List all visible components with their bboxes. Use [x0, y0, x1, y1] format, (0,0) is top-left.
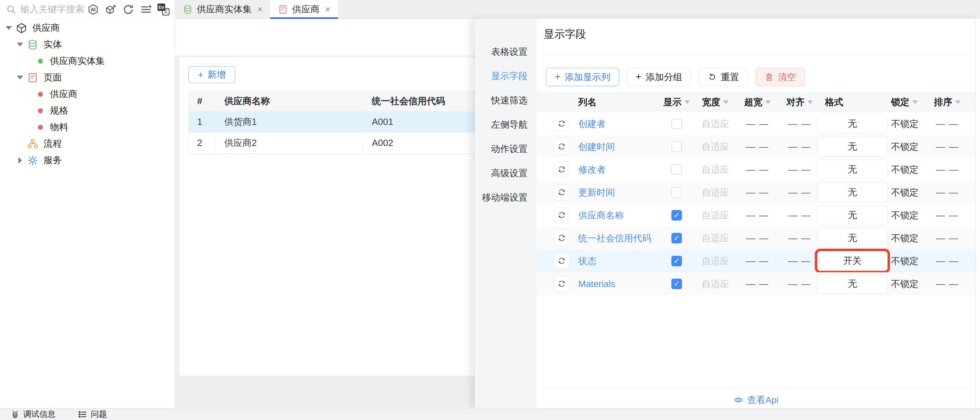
outline-icon[interactable]: [140, 3, 152, 16]
show-checkbox[interactable]: [671, 187, 682, 198]
lock-value[interactable]: 不锁定: [891, 186, 918, 198]
align-value[interactable]: — —: [779, 278, 821, 289]
width-value[interactable]: 自适应: [694, 232, 737, 244]
swap-icon[interactable]: [554, 253, 570, 269]
sort-value[interactable]: — —: [930, 141, 965, 152]
issues-button[interactable]: 问题: [78, 409, 107, 420]
tree-node-service-group[interactable]: 服务: [0, 152, 174, 168]
width-value[interactable]: 自适应: [694, 186, 737, 198]
field-name-link[interactable]: 供应商名称: [578, 209, 624, 221]
show-checkbox[interactable]: [671, 141, 682, 152]
width-value[interactable]: 自适应: [694, 278, 737, 290]
tab-supplier-page[interactable]: 供应商 ×: [270, 0, 338, 19]
swap-icon[interactable]: [554, 276, 570, 292]
drawer-scrollbar[interactable]: [975, 19, 980, 408]
close-icon[interactable]: ×: [257, 4, 262, 15]
caret-down-icon[interactable]: [765, 100, 771, 104]
add-group-button[interactable]: + 添加分组: [627, 68, 691, 86]
show-checkbox[interactable]: [671, 164, 682, 175]
clear-button[interactable]: 清空: [756, 68, 805, 86]
align-value[interactable]: — —: [779, 233, 821, 243]
lock-value[interactable]: 不锁定: [891, 163, 918, 176]
swap-icon[interactable]: [554, 230, 570, 246]
add-model-icon[interactable]: [105, 3, 117, 16]
lock-value[interactable]: 不锁定: [891, 255, 918, 267]
width-value[interactable]: 自适应: [694, 163, 737, 176]
swap-icon[interactable]: [554, 139, 570, 155]
menu-item-advanced-settings[interactable]: 高级设置: [475, 161, 537, 185]
show-checkbox[interactable]: [671, 118, 682, 129]
menu-item-display-fields[interactable]: 显示字段: [475, 64, 537, 88]
align-value[interactable]: — —: [779, 141, 821, 152]
ai-icon[interactable]: AI: [87, 3, 99, 16]
tree-node-supplier-module[interactable]: 供应商: [0, 20, 174, 36]
menu-item-action-settings[interactable]: 动作设置: [475, 137, 537, 161]
menu-item-left-nav[interactable]: 左侧导航: [475, 113, 537, 137]
refresh-icon[interactable]: [123, 3, 134, 16]
sort-value[interactable]: — —: [930, 118, 965, 129]
add-display-column-button[interactable]: + 添加显示列: [546, 68, 619, 86]
format-select[interactable]: 无: [817, 182, 888, 202]
format-select[interactable]: 无: [817, 205, 888, 225]
width-value[interactable]: 自适应: [694, 255, 737, 267]
align-value[interactable]: — —: [779, 256, 821, 266]
tree-node-spec-page[interactable]: 规格: [0, 102, 174, 119]
width-value[interactable]: 自适应: [694, 141, 737, 153]
sort-value[interactable]: — —: [930, 233, 965, 243]
overwide-value[interactable]: — —: [737, 118, 779, 129]
swap-icon[interactable]: [554, 184, 570, 200]
swap-icon[interactable]: [554, 161, 570, 177]
tree-node-material-page[interactable]: 物料: [0, 119, 174, 136]
sort-value[interactable]: — —: [930, 164, 965, 175]
tree-node-supplier-entity-set[interactable]: 供应商实体集: [0, 53, 174, 69]
swap-icon[interactable]: [554, 207, 570, 223]
lock-value[interactable]: 不锁定: [891, 232, 918, 244]
caret-down-icon[interactable]: [955, 100, 961, 104]
menu-item-table-settings[interactable]: 表格设置: [475, 40, 537, 64]
lock-value[interactable]: 不锁定: [891, 141, 918, 153]
translate-icon[interactable]: En 文: [158, 3, 169, 16]
show-checkbox-checked[interactable]: ✓: [671, 233, 682, 243]
tree-node-supplier-page[interactable]: 供应商: [0, 86, 174, 102]
format-select[interactable]: 无: [817, 274, 888, 294]
menu-item-quick-filter[interactable]: 快速筛选: [475, 88, 537, 113]
overwide-value[interactable]: — —: [737, 141, 779, 152]
caret-right-icon[interactable]: [16, 157, 24, 164]
lock-value[interactable]: 不锁定: [891, 278, 918, 290]
caret-down-icon[interactable]: [16, 43, 24, 46]
align-value[interactable]: — —: [779, 118, 821, 129]
format-select[interactable]: 无: [817, 160, 888, 179]
field-name-link[interactable]: Materials: [578, 278, 615, 289]
add-record-button[interactable]: + 新增: [188, 66, 235, 83]
sort-value[interactable]: — —: [930, 256, 965, 266]
field-name-link[interactable]: 统一社会信用代码: [578, 232, 651, 244]
caret-down-icon[interactable]: [807, 100, 813, 104]
field-name-link[interactable]: 创建者: [578, 118, 606, 130]
caret-down-icon[interactable]: [5, 26, 13, 30]
caret-down-icon[interactable]: [912, 100, 918, 104]
width-value[interactable]: 自适应: [694, 118, 737, 130]
width-value[interactable]: 自适应: [694, 209, 737, 221]
field-name-link[interactable]: 更新时间: [578, 186, 615, 198]
format-select[interactable]: 无: [817, 114, 888, 134]
align-value[interactable]: — —: [779, 187, 821, 198]
field-name-link[interactable]: 创建时间: [578, 141, 615, 153]
field-name-link[interactable]: 修改者: [578, 163, 606, 176]
overwide-value[interactable]: — —: [737, 256, 779, 266]
sort-value[interactable]: — —: [930, 187, 965, 198]
sort-value[interactable]: — —: [930, 210, 965, 220]
show-checkbox-checked[interactable]: ✓: [671, 210, 682, 220]
align-value[interactable]: — —: [779, 164, 821, 175]
overwide-value[interactable]: — —: [737, 187, 779, 198]
tree-node-flow-group[interactable]: 流程: [0, 136, 174, 152]
tree-node-page-group[interactable]: 页面: [0, 69, 174, 86]
overwide-value[interactable]: — —: [737, 278, 779, 289]
view-api-link[interactable]: 查看Api: [537, 392, 975, 408]
debug-info-button[interactable]: 调试信息: [11, 409, 56, 420]
format-select[interactable]: 无: [817, 137, 888, 157]
search-input[interactable]: [21, 4, 87, 15]
tab-entity-set[interactable]: 供应商实体集 ×: [175, 0, 270, 19]
caret-down-icon[interactable]: [684, 100, 690, 104]
field-name-link[interactable]: 状态: [578, 255, 597, 267]
caret-down-icon[interactable]: [723, 100, 729, 104]
